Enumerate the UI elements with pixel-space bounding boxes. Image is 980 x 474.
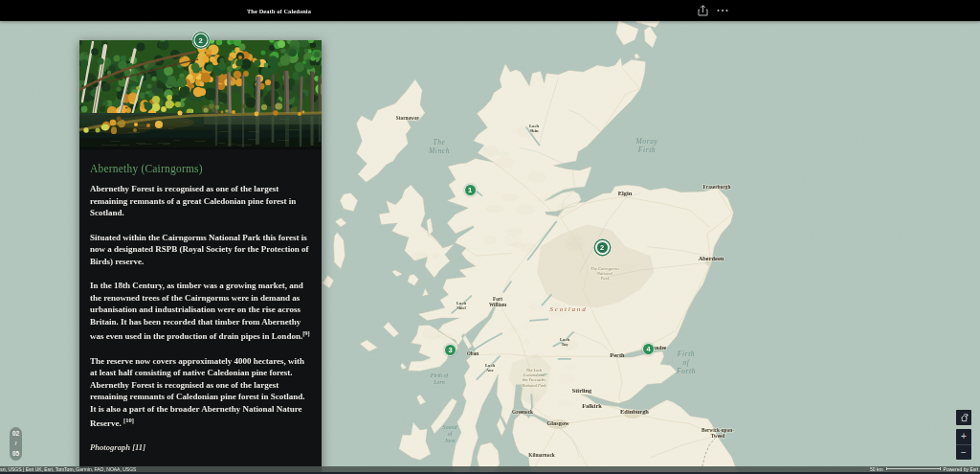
home-icon <box>959 413 969 423</box>
map-label: Perth <box>610 351 625 358</box>
ellipsis-icon <box>717 9 728 12</box>
map-label: Oban <box>467 350 479 356</box>
tour-photo[interactable] <box>79 40 322 149</box>
storymap-stage: The Death of Caledonia <box>0 0 980 474</box>
tour-map-marker-3[interactable]: 3 <box>444 344 457 356</box>
scale-bar <box>886 467 941 470</box>
map-label: Fraserburgh <box>703 184 731 190</box>
map-label: Kilmarnock <box>528 452 554 458</box>
tour-map-marker-1[interactable]: 1 <box>464 184 477 196</box>
map-label: Falkirk <box>582 402 602 409</box>
default-extent-button[interactable] <box>956 410 971 425</box>
tour-stop-badge: 2 <box>194 34 207 47</box>
map-label: Glasgow <box>546 419 569 426</box>
map-label: Elgin <box>618 190 633 196</box>
share-icon <box>698 5 708 16</box>
map-label: Scotland <box>550 305 588 313</box>
map-label: LochAwe <box>485 363 495 372</box>
story-header: The Death of Caledonia <box>0 0 980 21</box>
powered-by-esri[interactable]: Powered by Esri <box>944 466 978 472</box>
header-actions <box>697 0 728 21</box>
tour-progress-current: 02 <box>12 431 19 437</box>
tour-panel-body: Abernethy (Cairngorms) Abernethy Forest … <box>79 149 322 452</box>
map-label: LochShin <box>529 124 539 133</box>
attribution-sources: Esri, USGS | Esri UK, Esri, TomTom, Garm… <box>0 466 136 472</box>
tour-paragraph: The reserve now covers approximately 400… <box>90 355 312 430</box>
attribution-right: 50 km Powered by Esri <box>870 466 978 472</box>
share-button[interactable] <box>697 5 709 17</box>
map-label: LochShiel <box>457 301 467 310</box>
scale-label: 50 km <box>870 466 883 472</box>
tour-stop-title: Abernethy (Cairngorms) <box>90 163 312 174</box>
tour-stop-description: Abernethy Forest is recognised as one of… <box>90 183 312 430</box>
more-options-button[interactable] <box>716 5 728 17</box>
footnote-ref[interactable]: [9] <box>302 329 310 336</box>
map-label: Greenock <box>512 409 533 415</box>
tour-panel: 2 <box>79 40 322 474</box>
map-label: MorayFirth <box>635 137 658 154</box>
map-label: Edinburgh <box>620 408 649 415</box>
tour-map-marker-4[interactable]: 4 <box>642 343 655 355</box>
tour-paragraph: Situated within the Cairngorms National … <box>90 232 312 268</box>
tour-progress-separator: / <box>15 440 17 446</box>
map-label: Aberdeen <box>699 255 724 261</box>
tour-progress-indicator[interactable]: 02 / 05 <box>10 427 22 461</box>
story-title: The Death of Caledonia <box>247 8 311 14</box>
zoom-out-button[interactable]: − <box>956 444 971 460</box>
map-label: Stirling <box>572 387 592 394</box>
tour-paragraph: In the 18th Century, as timber was a gro… <box>90 280 312 343</box>
zoom-in-button[interactable]: + <box>956 429 971 444</box>
footnote-ref[interactable]: [10] <box>123 417 134 423</box>
tour-map-marker-2[interactable]: 2 <box>596 241 609 254</box>
photo-scene <box>79 40 322 149</box>
map-label: Stornoway <box>396 115 420 121</box>
zoom-controls: + − <box>956 429 971 460</box>
photo-caption: Photograph [11] <box>90 442 312 452</box>
tour-photo-graphic <box>79 40 322 149</box>
tour-paragraph: Abernethy Forest is recognised as one of… <box>90 183 312 219</box>
tour-progress-total: 05 <box>12 451 19 457</box>
